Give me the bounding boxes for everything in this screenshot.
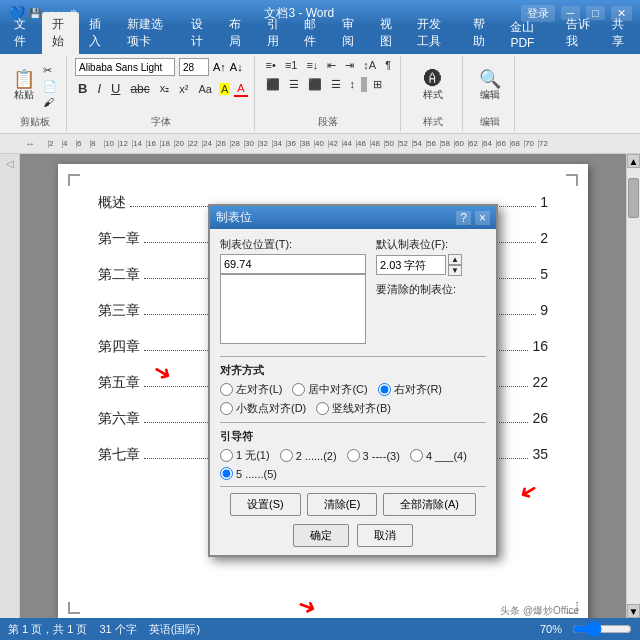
default-tab-up-button[interactable]: ▲ [448,254,462,265]
status-right: 70% [540,623,632,635]
tab-pos-input[interactable] [220,254,366,274]
ruler-mark: 56 [426,140,440,148]
set-button[interactable]: 设置(S) [230,493,301,516]
borders-button[interactable]: ⊞ [370,77,385,92]
leader-4-radio[interactable] [410,449,423,462]
line-spacing-button[interactable]: ↕ [347,77,359,92]
multilevel-button[interactable]: ≡↓ [303,58,321,73]
justify-button[interactable]: ☰ [328,77,344,92]
format-painter-button[interactable]: 🖌 [40,95,60,109]
cancel-button[interactable]: 取消 [357,524,413,547]
corner-mark-tr [566,174,578,186]
tab-jinshan[interactable]: 金山PDF [500,15,555,54]
tab-home[interactable]: 开始 [42,12,80,54]
highlight-button[interactable]: A [219,83,230,95]
edit-group-label: 编辑 [480,115,500,129]
tab-design[interactable]: 设计 [181,12,219,54]
bold-button[interactable]: B [75,80,90,97]
underline-button[interactable]: U [108,80,123,97]
align-center-option[interactable]: 居中对齐(C) [292,382,367,397]
align-right-button[interactable]: ⬛ [305,77,325,92]
alignment-section: 对齐方式 左对齐(L) 居中对齐(C) [220,363,486,416]
ok-button[interactable]: 确定 [293,524,349,547]
dialog-title-bar: 制表位 ? × [210,206,496,229]
tab-layout[interactable]: 布局 [219,12,257,54]
cut-button[interactable]: ✂ [40,63,60,78]
ruler-mark: 38 [300,140,314,148]
leader-5-option[interactable]: 5 ......(5) [220,467,277,480]
clear-format-button[interactable]: Aa [195,82,214,96]
bullets-button[interactable]: ≡• [263,58,279,73]
leader-5-radio[interactable] [220,467,233,480]
tab-references[interactable]: 引用 [257,12,295,54]
dialog-divider-3 [220,486,486,487]
sort-button[interactable]: ↕A [360,58,379,73]
tab-insert[interactable]: 插入 [79,12,117,54]
align-decimal-option[interactable]: 小数点对齐(D) [220,401,306,416]
grow-font-button[interactable]: A↑ [213,61,226,73]
tab-pos-listbox[interactable] [220,274,366,344]
scroll-down-button[interactable]: ▼ [627,604,640,618]
tab-new-tab[interactable]: 新建选项卡 [117,12,181,54]
align-decimal-radio[interactable] [220,402,233,415]
tab-help[interactable]: 帮助 [463,12,501,54]
font-name-input[interactable] [75,58,175,76]
leader-4-option[interactable]: 4 ___(4) [410,448,467,463]
zoom-slider[interactable] [572,624,632,634]
align-bar-option[interactable]: 竖线对齐(B) [316,401,391,416]
default-tab-input[interactable] [376,255,446,275]
decrease-indent-button[interactable]: ⇤ [324,58,339,73]
numbering-button[interactable]: ≡1 [282,58,301,73]
dialog-help-button[interactable]: ? [456,211,471,225]
clear-all-button[interactable]: 全部清除(A) [383,493,476,516]
align-left-button[interactable]: ⬛ [263,77,283,92]
align-center-button[interactable]: ☰ [286,77,302,92]
dialog-close-button[interactable]: × [475,211,490,225]
paste-button[interactable]: 📋 粘贴 [10,68,38,104]
align-left-option[interactable]: 左对齐(L) [220,382,282,397]
increase-indent-button[interactable]: ⇥ [342,58,357,73]
leader-2-radio[interactable] [280,449,293,462]
copy-button[interactable]: 📄 [40,79,60,94]
italic-button[interactable]: I [94,80,104,97]
scroll-thumb[interactable] [628,178,639,218]
font-size-input[interactable] [179,58,209,76]
tab-share[interactable]: 共享 [602,12,640,54]
ruler-mark: 60 [454,140,468,148]
shrink-font-button[interactable]: A↓ [230,61,243,73]
tab-mailings[interactable]: 邮件 [294,12,332,54]
leader-3-option[interactable]: 3 ----(3) [347,448,400,463]
right-scrollbar[interactable]: ▲ ▼ [626,154,640,618]
leader-2-option[interactable]: 2 ......(2) [280,448,337,463]
align-center-radio[interactable] [292,383,305,396]
edit-button[interactable]: 🔍 编辑 [476,68,504,104]
superscript-button[interactable]: x² [176,82,191,96]
leader-3-radio[interactable] [347,449,360,462]
align-right-radio[interactable] [378,383,391,396]
tab-view[interactable]: 视图 [370,12,408,54]
tab-tellme[interactable]: 告诉我 [556,12,603,54]
show-marks-button[interactable]: ¶ [382,58,394,73]
subscript-button[interactable]: x₂ [157,81,173,96]
styles-button[interactable]: 🅐 样式 [420,68,446,104]
ribbon-group-clipboard: 📋 粘贴 ✂ 📄 🖌 剪贴板 [4,56,67,131]
corner-mark-tl [68,174,80,186]
tab-developer[interactable]: 开发工具 [407,12,462,54]
ruler-mark: 34 [272,140,286,148]
font-color-button[interactable]: A [234,81,247,97]
align-bar-radio[interactable] [316,402,329,415]
tab-review[interactable]: 审阅 [332,12,370,54]
ruler-mark: 14 [132,140,146,148]
leader-5-label: 5 ......(5) [236,468,277,480]
leader-1-radio[interactable] [220,449,233,462]
shading-button[interactable] [361,77,367,92]
leader-1-option[interactable]: 1 无(1) [220,448,270,463]
strikethrough-button[interactable]: abc [127,81,152,97]
align-right-option[interactable]: 右对齐(R) [378,382,442,397]
clear-button[interactable]: 清除(E) [307,493,378,516]
scroll-up-button[interactable]: ▲ [627,154,640,168]
align-left-radio[interactable] [220,383,233,396]
scroll-track[interactable] [627,168,640,604]
tab-file[interactable]: 文件 [4,12,42,54]
default-tab-down-button[interactable]: ▼ [448,265,462,276]
